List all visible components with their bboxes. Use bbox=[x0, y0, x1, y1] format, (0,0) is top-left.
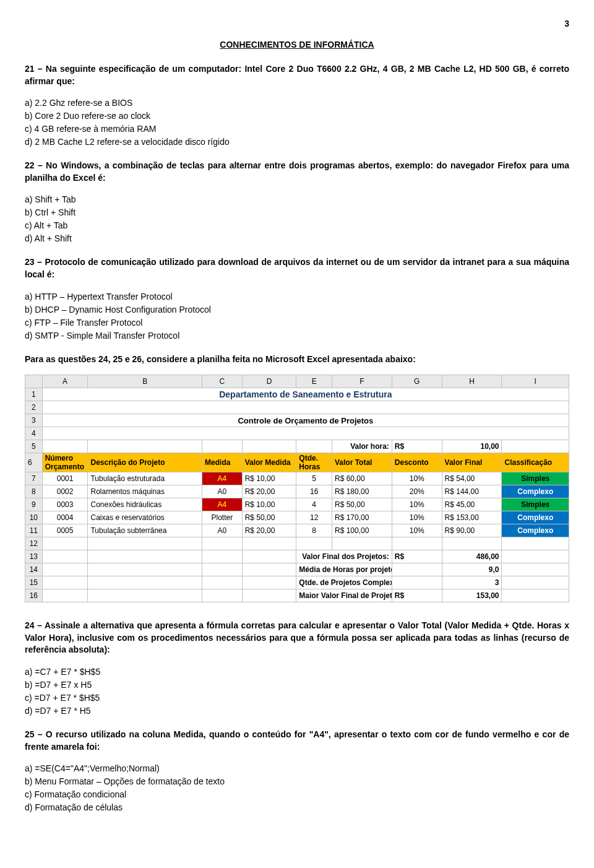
table-row: 70001Tubulação estruturadaA4R$ 10,005R$ … bbox=[25, 472, 569, 485]
q22-d: d) Alt + Shift bbox=[25, 232, 569, 245]
valor-hora-cur: R$ bbox=[392, 440, 442, 453]
q21-a: a) 2.2 Ghz refere-se a BIOS bbox=[25, 97, 569, 110]
valor-hora-label: Valor hora: bbox=[332, 440, 392, 453]
q24-b: b) =D7 + E7 x H5 bbox=[25, 679, 569, 692]
q25-c: c) Formatação condicional bbox=[25, 788, 569, 801]
table-header-row: 6 Número Orçamento Descrição do Projeto … bbox=[25, 453, 569, 472]
q25-stem: 25 – O recurso utilizado na coluna Medid… bbox=[25, 729, 569, 753]
q21-stem: 21 – Na seguinte especificação de um com… bbox=[25, 63, 569, 87]
section-title: CONHECIMENTOS DE INFORMÁTICA bbox=[25, 40, 569, 50]
q23-b: b) DHCP – Dynamic Host Configuration Pro… bbox=[25, 303, 569, 316]
col-B: B bbox=[88, 375, 202, 388]
col-F: F bbox=[332, 375, 392, 388]
q25-a: a) =SE(C4="A4";Vermelho;Normal) bbox=[25, 762, 569, 775]
q23-d: d) SMTP - Simple Mail Transfer Protocol bbox=[25, 329, 569, 342]
table-row: 80002Rolamentos máquinasA0R$ 20,0016R$ 1… bbox=[25, 485, 569, 498]
q23-a: a) HTTP – Hypertext Transfer Protocol bbox=[25, 290, 569, 303]
table-row: 90003Conexões hidráulicasA4R$ 10,004R$ 5… bbox=[25, 498, 569, 511]
valor-hora-val: 10,00 bbox=[442, 440, 502, 453]
col-E: E bbox=[296, 375, 332, 388]
q24-a: a) =C7 + E7 * $H$5 bbox=[25, 666, 569, 679]
col-H: H bbox=[442, 375, 502, 388]
q24-options: a) =C7 + E7 * $H$5 b) =D7 + E7 x H5 c) =… bbox=[25, 666, 569, 718]
summary-row: 14Média de Horas por projeto:9,0 bbox=[25, 563, 569, 576]
table-row: 100004Caixas e reservatóriosPlotterR$ 50… bbox=[25, 511, 569, 524]
summary-row: 13Valor Final dos Projetos:R$486,00 bbox=[25, 550, 569, 563]
q24-c: c) =D7 + E7 * $H$5 bbox=[25, 692, 569, 705]
intro-table: Para as questões 24, 25 e 26, considere … bbox=[25, 354, 569, 366]
q24-stem: 24 – Assinale a alternativa que apresent… bbox=[25, 620, 569, 656]
col-G: G bbox=[392, 375, 442, 388]
q21-options: a) 2.2 Ghz refere-se a BIOS b) Core 2 Du… bbox=[25, 97, 569, 149]
excel-screenshot: A B C D E F G H I 1Departamento de Sanea… bbox=[25, 375, 569, 602]
q21-d: d) 2 MB Cache L2 refere-se a velocidade … bbox=[25, 136, 569, 149]
q24-d: d) =D7 + E7 * H5 bbox=[25, 705, 569, 718]
sheet-title1: Departamento de Saneamento e Estrutura bbox=[42, 388, 569, 401]
table-row: 110005Tubulação subterrâneaA0R$ 20,008R$… bbox=[25, 524, 569, 537]
q22-stem: 22 – No Windows, a combinação de teclas … bbox=[25, 160, 569, 184]
q23-c: c) FTP – File Transfer Protocol bbox=[25, 316, 569, 329]
q25-d: d) Formatação de células bbox=[25, 801, 569, 814]
q22-b: b) Ctrl + Shift bbox=[25, 206, 569, 219]
summary-row: 15Qtde. de Projetos Complexos:3 bbox=[25, 576, 569, 589]
q23-options: a) HTTP – Hypertext Transfer Protocol b)… bbox=[25, 290, 569, 342]
q21-c: c) 4 GB refere-se à memória RAM bbox=[25, 123, 569, 136]
col-D: D bbox=[242, 375, 296, 388]
page-number: 3 bbox=[25, 19, 569, 28]
sheet-title2: Controle de Orçamento de Projetos bbox=[42, 414, 569, 427]
q25-options: a) =SE(C4="A4";Vermelho;Normal) b) Menu … bbox=[25, 762, 569, 814]
summary-row: 16Maior Valor Final de Projeto:R$153,00 bbox=[25, 589, 569, 602]
q25-b: b) Menu Formatar – Opções de formatação … bbox=[25, 775, 569, 788]
col-I: I bbox=[502, 375, 569, 388]
q21-b: b) Core 2 Duo refere-se ao clock bbox=[25, 110, 569, 123]
q23-stem: 23 – Protocolo de comunicação utilizado … bbox=[25, 256, 569, 280]
q22-c: c) Alt + Tab bbox=[25, 219, 569, 232]
col-C: C bbox=[202, 375, 243, 388]
col-headers: A B C D E F G H I bbox=[25, 375, 569, 388]
col-A: A bbox=[42, 375, 88, 388]
q22-options: a) Shift + Tab b) Ctrl + Shift c) Alt + … bbox=[25, 193, 569, 245]
q22-a: a) Shift + Tab bbox=[25, 193, 569, 206]
